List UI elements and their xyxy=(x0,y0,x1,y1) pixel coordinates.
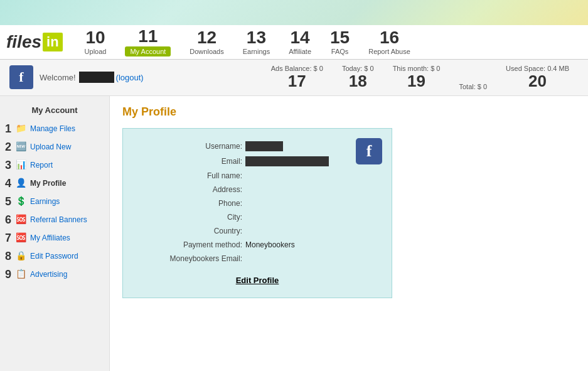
profile-field-fullname: Full name: xyxy=(142,171,373,180)
sidebar-number-upload-new: 2 xyxy=(5,141,14,154)
profile-label-fullname: Full name: xyxy=(142,171,242,180)
sidebar-label-manage-files: Manage Files xyxy=(30,124,75,133)
nav-label-earnings: Earnings xyxy=(243,48,270,55)
profile-label-country: Country: xyxy=(142,227,242,235)
nav-item-affiliate[interactable]: 14 Affiliate xyxy=(279,26,321,58)
profile-value-username xyxy=(245,141,283,151)
sidebar-number-referral-banners: 6 xyxy=(5,213,14,227)
sidebar-label-advertising: Advertising xyxy=(30,270,67,279)
stat-total: Total: $ 0 xyxy=(449,83,496,90)
edit-profile-link[interactable]: Edit Profile xyxy=(142,276,373,285)
sidebar-label-my-profile: My Profile xyxy=(30,179,66,188)
sidebar-label-edit-password: Edit Password xyxy=(30,252,78,261)
nav-number-report-abuse: 16 xyxy=(380,29,399,46)
user-stats: Ads Balance: $ 0 17 Today: $ 0 18 This m… xyxy=(262,65,579,90)
profile-field-address: Address: xyxy=(142,185,373,194)
facebook-f-letter-profile: f xyxy=(366,142,372,161)
sidebar-number-earnings: 5 xyxy=(5,195,14,208)
profile-label-phone: Phone: xyxy=(142,199,242,208)
sidebar-number-my-profile: 4 xyxy=(5,177,14,190)
nav-item-report-abuse[interactable]: 16 Report Abuse xyxy=(359,26,420,58)
sidebar-item-advertising[interactable]: 9 📋 Advertising xyxy=(0,266,109,284)
sidebar-item-upload-new[interactable]: 2 🆕 Upload New xyxy=(0,138,109,156)
header-banner xyxy=(0,0,588,25)
nav-item-faqs[interactable]: 15 FAQs xyxy=(321,26,359,58)
profile-field-city: City: xyxy=(142,213,373,222)
logo-in-badge: in xyxy=(43,33,63,51)
sidebar-item-referral-banners[interactable]: 6 🆘 Referral Banners xyxy=(0,211,109,229)
stat-number-ads-balance: 17 xyxy=(288,72,306,90)
user-bar: f Welcome! (logout) Ads Balance: $ 0 17 … xyxy=(0,60,588,96)
profile-label-address: Address: xyxy=(142,185,242,194)
stat-number-today: 18 xyxy=(349,72,367,90)
sidebar-label-upload-new: Upload New xyxy=(30,142,71,151)
nav-item-upload[interactable]: 10 Upload xyxy=(75,26,116,58)
affiliates-icon: 🆘 xyxy=(16,232,27,244)
stat-number-used-space: 20 xyxy=(528,72,547,90)
profile-area: My Profile f Username: Email: Full name: xyxy=(110,96,588,371)
profile-field-phone: Phone: xyxy=(142,199,373,208)
nav-number-my-account: 11 xyxy=(138,28,158,45)
profile-card: f Username: Email: Full name: Address: xyxy=(122,128,392,298)
username-badge xyxy=(79,72,114,83)
profile-label-username: Username: xyxy=(142,142,242,151)
nav-number-upload: 10 xyxy=(85,29,105,46)
sidebar-title: My Account xyxy=(0,102,109,120)
profile-field-moneybookers-email: Moneybookers Email: xyxy=(142,254,373,263)
sidebar-item-my-profile[interactable]: 4 👤 My Profile xyxy=(0,175,109,193)
report-icon: 📊 xyxy=(16,159,27,171)
sidebar-label-earnings: Earnings xyxy=(30,197,60,206)
top-nav: filesin 10 Upload 11 My Account 12 Downl… xyxy=(0,25,588,60)
profile-title: My Profile xyxy=(122,105,575,119)
facebook-icon-bar: f xyxy=(9,65,33,89)
profile-label-city: City: xyxy=(142,213,242,222)
nav-number-affiliate: 14 xyxy=(291,29,310,46)
sidebar-item-my-affiliates[interactable]: 7 🆘 My Affiliates xyxy=(0,229,109,247)
logout-link[interactable]: (logout) xyxy=(116,73,144,82)
nav-label-affiliate: Affiliate xyxy=(289,48,311,55)
profile-label-payment-method: Payment method: xyxy=(142,240,242,249)
facebook-icon-profile: f xyxy=(356,138,382,164)
sidebar-label-report: Report xyxy=(30,161,53,169)
sidebar-item-edit-password[interactable]: 8 🔒 Edit Password xyxy=(0,247,109,266)
sidebar: My Account 1 📁 Manage Files 2 🆕 Upload N… xyxy=(0,96,110,371)
stat-number-this-month: 19 xyxy=(407,72,425,90)
logo[interactable]: filesin xyxy=(6,32,63,52)
sidebar-number-report: 3 xyxy=(5,159,14,172)
sidebar-number-advertising: 9 xyxy=(5,268,14,281)
nav-label-faqs: FAQs xyxy=(331,48,349,55)
profile-icon: 👤 xyxy=(16,178,27,189)
nav-item-earnings[interactable]: 13 Earnings xyxy=(233,26,279,58)
sidebar-label-referral-banners: Referral Banners xyxy=(30,215,87,224)
nav-label-my-account: My Account xyxy=(125,46,171,56)
sidebar-item-report[interactable]: 3 📊 Report xyxy=(0,156,109,175)
welcome-text: Welcome! xyxy=(40,73,76,82)
advertising-icon: 📋 xyxy=(16,269,27,280)
profile-value-payment-method: Moneybookers xyxy=(245,240,295,249)
profile-field-country: Country: xyxy=(142,227,373,235)
nav-item-downloads[interactable]: 12 Downloads xyxy=(180,26,233,58)
nav-label-downloads: Downloads xyxy=(190,48,223,55)
profile-field-username: Username: xyxy=(142,141,373,151)
stat-label-total: Total: $ 0 xyxy=(459,83,487,90)
main-content: My Account 1 📁 Manage Files 2 🆕 Upload N… xyxy=(0,96,588,371)
logo-files-text: files xyxy=(6,32,41,52)
upload-icon: 🆕 xyxy=(16,141,27,153)
sidebar-item-manage-files[interactable]: 1 📁 Manage Files xyxy=(0,120,109,138)
password-icon: 🔒 xyxy=(16,250,27,262)
stat-today: Today: $ 0 18 xyxy=(333,65,383,90)
profile-label-moneybookers-email: Moneybookers Email: xyxy=(142,254,242,263)
sidebar-label-my-affiliates: My Affiliates xyxy=(30,234,70,242)
nav-number-faqs: 15 xyxy=(330,29,350,46)
stat-ads-balance: Ads Balance: $ 0 17 xyxy=(262,65,333,90)
nav-number-downloads: 12 xyxy=(197,29,216,46)
nav-number-earnings: 13 xyxy=(247,29,266,46)
nav-item-my-account[interactable]: 11 My Account xyxy=(115,24,180,60)
sidebar-number-my-affiliates: 7 xyxy=(5,232,14,245)
nav-label-upload: Upload xyxy=(85,48,107,55)
sidebar-number-edit-password: 8 xyxy=(5,250,14,263)
profile-value-email xyxy=(245,156,329,166)
stat-this-month: This month: $ 0 19 xyxy=(383,65,450,90)
facebook-f-letter: f xyxy=(19,69,23,85)
sidebar-item-earnings[interactable]: 5 💲 Earnings xyxy=(0,193,109,211)
